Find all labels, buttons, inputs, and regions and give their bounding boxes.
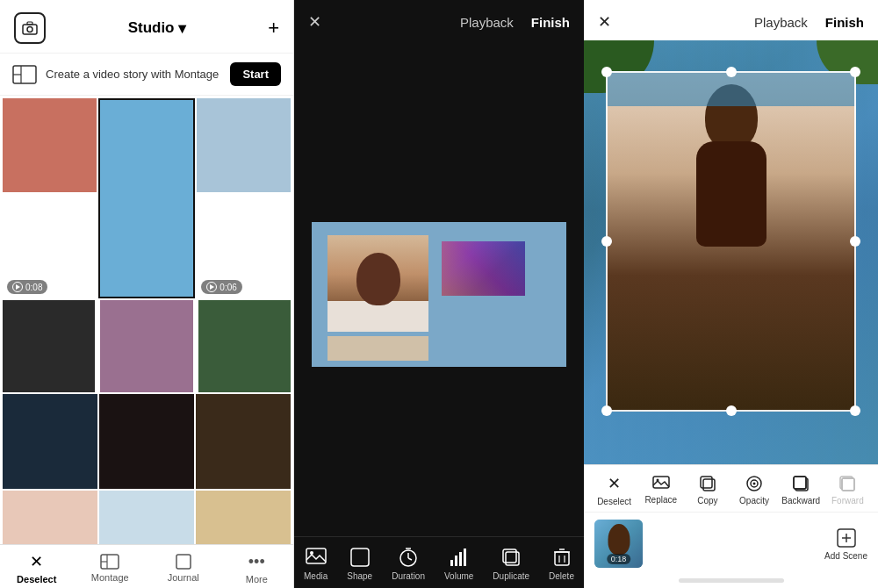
overlay-canvas — [584, 40, 878, 464]
tool-delete[interactable]: Delete — [549, 548, 574, 581]
backward-icon — [792, 475, 810, 492]
tool-shape-label: Shape — [347, 571, 372, 581]
editor-header: ✕ Playback Finish — [294, 0, 584, 44]
photo-cell[interactable] — [196, 394, 291, 489]
tab-montage[interactable]: Montage — [83, 554, 136, 583]
photo-cell[interactable] — [3, 491, 97, 544]
playback-button[interactable]: Playback — [460, 15, 514, 30]
overlay-finish-button[interactable]: Finish — [825, 15, 864, 30]
start-button[interactable]: Start — [230, 62, 281, 86]
tool-deselect-label: Deselect — [597, 497, 631, 506]
photo-cell[interactable] — [198, 300, 291, 392]
add-scene-button[interactable]: Add Scene — [824, 527, 867, 561]
svg-rect-12 — [351, 549, 369, 566]
photo-cell[interactable] — [100, 300, 192, 392]
tab-deselect[interactable]: ✕ Deselect — [11, 552, 63, 584]
editor-canvas — [294, 0, 584, 536]
tool-media-label: Media — [304, 571, 327, 581]
svg-rect-10 — [306, 549, 326, 563]
tool-replace[interactable]: Replace — [642, 476, 680, 505]
photo-cell-selected[interactable] — [98, 98, 196, 298]
overlay-playback-button[interactable]: Playback — [754, 15, 808, 30]
photo-cell[interactable] — [196, 491, 291, 544]
tool-backward[interactable]: Backward — [781, 475, 820, 506]
photo-cell[interactable]: 0:06 — [197, 98, 291, 298]
tool-duration[interactable]: Duration — [392, 548, 425, 581]
svg-rect-23 — [555, 552, 569, 565]
tool-duplicate[interactable]: Duplicate — [493, 548, 529, 581]
tool-duration-label: Duration — [392, 571, 425, 581]
tool-volume-label: Volume — [444, 571, 473, 581]
tool-volume[interactable]: Volume — [444, 548, 473, 581]
finish-button[interactable]: Finish — [531, 15, 570, 30]
handle-bottom-middle[interactable] — [726, 405, 737, 416]
montage-icon — [100, 554, 119, 570]
overlay-header-right: Playback Finish — [754, 15, 864, 30]
media-icon — [306, 548, 327, 567]
photo-cell[interactable] — [99, 394, 194, 489]
tool-media[interactable]: Media — [304, 548, 327, 581]
studio-chevron-icon: ▾ — [178, 19, 186, 38]
main-photo — [584, 40, 878, 464]
studio-title[interactable]: Studio ▾ — [128, 19, 186, 38]
svg-point-11 — [310, 551, 313, 555]
handle-top-right[interactable] — [850, 67, 860, 77]
shape-icon — [350, 548, 370, 567]
svg-rect-17 — [450, 560, 453, 566]
photo-cell[interactable] — [3, 300, 95, 392]
collage-piece-3[interactable] — [327, 336, 428, 361]
scene-thumbnail[interactable]: 0:18 — [594, 520, 643, 568]
studio-header: Studio ▾ + — [0, 0, 293, 54]
svg-rect-39 — [842, 478, 854, 491]
tab-more[interactable]: ••• More — [230, 553, 283, 584]
svg-rect-36 — [794, 477, 806, 489]
svg-rect-9 — [176, 555, 191, 569]
panel-studio: Studio ▾ + Create a video story with Mon… — [0, 0, 294, 588]
handle-top-left[interactable] — [601, 67, 612, 77]
tool-shape[interactable]: Shape — [347, 548, 372, 581]
svg-rect-19 — [459, 552, 462, 566]
photo-cell[interactable] — [3, 394, 97, 489]
photo-cell[interactable] — [99, 491, 194, 544]
tool-opacity[interactable]: Opacity — [735, 475, 774, 506]
handle-bottom-right[interactable] — [850, 405, 860, 416]
photo-grid: 0:08 0:06 — [0, 96, 293, 544]
svg-rect-30 — [703, 479, 715, 491]
more-icon: ••• — [248, 553, 265, 571]
collage-piece-1[interactable] — [327, 235, 428, 332]
collage-frame[interactable] — [312, 222, 566, 367]
copy-icon — [699, 475, 716, 492]
handle-middle-right[interactable] — [850, 236, 860, 247]
photo-cell[interactable]: 0:08 — [3, 98, 97, 298]
volume-icon — [450, 548, 469, 567]
tool-forward[interactable]: Forward — [828, 475, 867, 506]
handle-bottom-left[interactable] — [601, 405, 612, 416]
add-scene-label: Add Scene — [824, 551, 867, 561]
add-button[interactable]: + — [268, 17, 279, 39]
overlay-close-button[interactable]: ✕ — [598, 12, 611, 32]
tab-journal[interactable]: Journal — [157, 554, 210, 583]
grid-row-3 — [3, 394, 291, 489]
collage-piece-2[interactable] — [442, 241, 525, 296]
tool-copy[interactable]: Copy — [688, 475, 727, 506]
selection-frame[interactable] — [606, 71, 856, 412]
tool-backward-label: Backward — [781, 496, 820, 506]
tool-deselect[interactable]: ✕ Deselect — [595, 474, 634, 506]
montage-banner-left: Create a video story with Montage — [12, 65, 219, 84]
delete-icon — [553, 548, 571, 567]
tool-opacity-label: Opacity — [739, 496, 769, 506]
svg-point-29 — [656, 479, 658, 482]
tool-replace-label: Replace — [644, 495, 677, 505]
handle-top-middle[interactable] — [726, 67, 737, 77]
bottom-indicator — [679, 578, 784, 583]
tab-montage-label: Montage — [91, 572, 129, 583]
svg-point-1 — [27, 27, 32, 32]
forward-icon — [838, 475, 856, 492]
handle-middle-left[interactable] — [601, 236, 612, 247]
svg-rect-31 — [701, 477, 712, 488]
editor-toolbar: Media Shape Duration Volume — [294, 536, 584, 588]
tab-journal-label: Journal — [168, 572, 199, 583]
grid-row-2 — [3, 300, 291, 392]
svg-rect-0 — [23, 25, 37, 34]
editor-close-button[interactable]: ✕ — [308, 12, 321, 32]
